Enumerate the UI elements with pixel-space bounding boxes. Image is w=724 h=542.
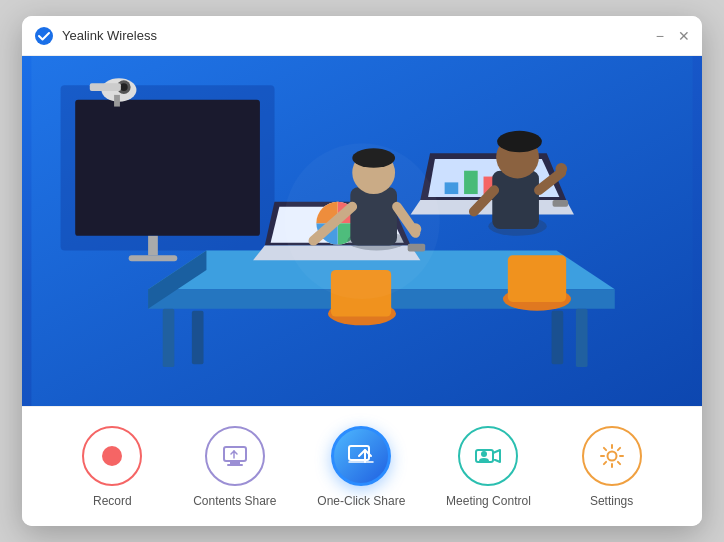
meeting-control-icon-wrap — [458, 426, 518, 486]
svg-point-8 — [120, 83, 128, 91]
close-button[interactable]: ✕ — [678, 29, 690, 43]
svg-rect-14 — [163, 309, 175, 367]
svg-point-50 — [102, 446, 122, 466]
svg-marker-59 — [493, 450, 500, 462]
oneclick-share-button[interactable]: One-Click Share — [317, 426, 405, 508]
hero-illustration — [22, 56, 702, 406]
toolbar: Record Contents Share — [22, 406, 702, 526]
svg-point-61 — [607, 451, 616, 460]
settings-label: Settings — [590, 494, 633, 508]
svg-point-42 — [555, 163, 567, 175]
meeting-control-label: Meeting Control — [446, 494, 531, 508]
svg-rect-17 — [552, 311, 564, 364]
contents-share-label: Contents Share — [193, 494, 276, 508]
scene-svg — [22, 56, 702, 406]
svg-rect-48 — [553, 200, 569, 207]
svg-rect-9 — [90, 83, 121, 91]
record-button[interactable]: Record — [72, 426, 152, 508]
svg-rect-52 — [230, 461, 240, 464]
svg-rect-4 — [148, 236, 158, 255]
oneclick-share-label: One-Click Share — [317, 494, 405, 508]
contents-share-icon — [220, 441, 250, 471]
settings-button[interactable]: Settings — [572, 426, 652, 508]
svg-rect-51 — [224, 447, 246, 461]
minimize-button[interactable]: − — [656, 29, 664, 43]
record-icon — [98, 442, 126, 470]
app-title: Yealink Wireless — [62, 28, 656, 43]
title-bar: Yealink Wireless − ✕ — [22, 16, 702, 56]
svg-rect-25 — [464, 171, 478, 194]
svg-point-0 — [35, 27, 53, 45]
settings-icon-wrap — [582, 426, 642, 486]
svg-rect-5 — [129, 255, 178, 261]
app-window: Yealink Wireless − ✕ — [22, 16, 702, 526]
yealink-logo-icon — [34, 26, 54, 46]
svg-point-39 — [497, 131, 542, 152]
contents-share-icon-wrap — [205, 426, 265, 486]
window-controls: − ✕ — [656, 29, 690, 43]
svg-point-49 — [284, 144, 440, 300]
settings-icon — [597, 441, 627, 471]
svg-rect-46 — [508, 255, 566, 302]
contents-share-button[interactable]: Contents Share — [193, 426, 276, 508]
record-icon-wrap — [82, 426, 142, 486]
svg-rect-37 — [492, 171, 539, 229]
oneclick-share-icon-wrap — [331, 426, 391, 486]
svg-rect-24 — [445, 182, 459, 194]
svg-rect-10 — [114, 95, 120, 107]
svg-rect-53 — [227, 464, 243, 466]
svg-rect-16 — [192, 311, 204, 364]
meeting-control-icon — [473, 441, 503, 471]
svg-point-60 — [481, 451, 487, 457]
meeting-control-button[interactable]: Meeting Control — [446, 426, 531, 508]
svg-rect-3 — [75, 100, 260, 236]
record-label: Record — [93, 494, 132, 508]
oneclick-share-icon — [345, 440, 377, 472]
svg-rect-15 — [576, 309, 588, 367]
